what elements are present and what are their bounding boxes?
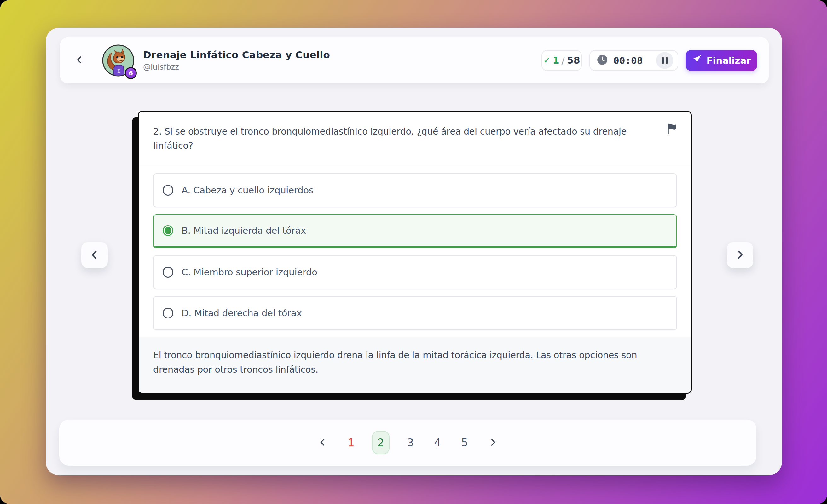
back-button[interactable] [73, 51, 86, 70]
timer-value: 00:08 [613, 55, 643, 66]
pagination-next-button[interactable] [485, 433, 500, 452]
question-text: 2. Si se obstruye el tronco bronquiomedi… [153, 124, 643, 153]
app-background: Σ 6 Drenaje Linfático Cabeza y Cuello @l… [0, 0, 827, 504]
radio-unselected-icon[interactable] [163, 267, 173, 278]
header-actions: ✓ 1 / 58 00:08 [541, 50, 757, 71]
explanation-panel: El tronco bronquiomediastínico izquierdo… [139, 337, 691, 393]
option-label: C. Miembro superior izquierdo [182, 267, 318, 278]
pause-icon [662, 57, 664, 64]
radio-unselected-icon[interactable] [163, 308, 173, 318]
pagination-bar: 1 2 3 4 5 [59, 419, 757, 465]
pagination-previous-button[interactable] [315, 433, 330, 452]
page-4-button[interactable]: 4 [431, 436, 444, 449]
timer-pill: 00:08 [589, 50, 678, 71]
option-label: B. Mitad izquierda del tórax [182, 225, 306, 236]
flag-icon [665, 122, 678, 136]
quiz-window: Σ 6 Drenaje Linfático Cabeza y Cuello @l… [46, 28, 782, 475]
progress-separator: / [562, 55, 565, 66]
svg-text:Σ: Σ [117, 68, 121, 74]
page-2-button-current[interactable]: 2 [372, 431, 390, 454]
page-1-button[interactable]: 1 [345, 436, 357, 449]
avatar[interactable]: Σ 6 [102, 44, 134, 77]
explanation-text: El tronco bronquiomediastínico izquierdo… [153, 348, 676, 377]
finish-button[interactable]: Finalizar [686, 50, 757, 71]
chevron-left-icon [75, 55, 84, 65]
question-card: 2. Si se obstruye el tronco bronquiomedi… [138, 111, 692, 394]
progress-total: 58 [567, 55, 580, 66]
next-question-button[interactable] [727, 242, 753, 268]
previous-question-button[interactable] [81, 242, 108, 268]
quiz-title: Drenaje Linfático Cabeza y Cuello [143, 49, 330, 60]
pause-button[interactable] [656, 52, 673, 69]
chevron-right-icon [488, 438, 498, 448]
page-5-button[interactable]: 5 [458, 436, 471, 449]
header-titles: Drenaje Linfático Cabeza y Cuello @luisf… [143, 49, 330, 71]
options-list: A. Cabeza y cuello izquierdos B. Mitad i… [139, 164, 691, 330]
send-icon [692, 54, 701, 66]
chevron-left-icon [89, 249, 100, 261]
question-header: 2. Si se obstruye el tronco bronquiomedi… [139, 112, 691, 164]
progress-pill: ✓ 1 / 58 [541, 50, 582, 71]
header-bar: Σ 6 Drenaje Linfático Cabeza y Cuello @l… [60, 37, 769, 84]
option-c[interactable]: C. Miembro superior izquierdo [153, 255, 677, 289]
option-b[interactable]: B. Mitad izquierda del tórax [153, 214, 677, 248]
author-username: @luisfbzz [143, 63, 330, 71]
level-badge: 6 [125, 67, 137, 79]
finish-label: Finalizar [707, 55, 751, 66]
page-3-button[interactable]: 3 [404, 436, 417, 449]
check-icon: ✓ [543, 56, 550, 65]
option-a[interactable]: A. Cabeza y cuello izquierdos [153, 173, 677, 207]
option-label: D. Mitad derecha del tórax [182, 308, 302, 318]
chevron-right-icon [735, 249, 745, 261]
chevron-left-icon [318, 438, 328, 448]
radio-selected-icon[interactable] [163, 225, 173, 236]
radio-unselected-icon[interactable] [163, 185, 173, 196]
flag-question-button[interactable] [664, 122, 679, 136]
option-d[interactable]: D. Mitad derecha del tórax [153, 296, 677, 330]
clock-icon [596, 54, 608, 67]
option-label: A. Cabeza y cuello izquierdos [182, 185, 313, 196]
progress-current: 1 [553, 55, 560, 66]
